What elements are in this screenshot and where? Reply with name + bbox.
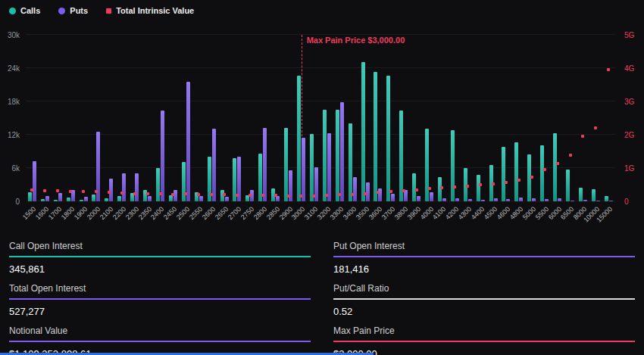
bar-group-4100[interactable] xyxy=(436,35,449,201)
bar-group-6000[interactable] xyxy=(551,35,564,201)
bar-group-2600[interactable] xyxy=(205,35,218,201)
intrinsic-dot xyxy=(492,182,495,185)
bar-group-3400[interactable] xyxy=(346,35,359,201)
bar-group-10000[interactable] xyxy=(589,35,602,201)
bar-group-3300[interactable] xyxy=(333,35,346,201)
bar-group-2900[interactable] xyxy=(282,35,295,201)
legend-item-puts[interactable]: Puts xyxy=(58,6,88,15)
puts-bar xyxy=(45,196,49,201)
puts-swatch-icon xyxy=(58,8,65,14)
bar-group-1900[interactable] xyxy=(77,35,90,201)
bar-group-1500[interactable] xyxy=(26,35,39,201)
bar-group-2550[interactable] xyxy=(192,35,205,201)
intrinsic-dot xyxy=(556,162,559,165)
calls-bar xyxy=(451,130,455,201)
bar-group-8000[interactable] xyxy=(577,35,589,201)
legend-item-calls[interactable]: Calls xyxy=(9,6,40,15)
bar-group-3500[interactable] xyxy=(359,35,372,201)
bar-group-2200[interactable] xyxy=(115,35,128,201)
puts-bar xyxy=(58,193,62,201)
puts-bar xyxy=(545,199,549,201)
intrinsic-dot xyxy=(56,189,59,192)
puts-bar xyxy=(84,197,88,201)
puts-bar xyxy=(506,199,510,201)
legend-item-intrinsic[interactable]: Total Intrinsic Value xyxy=(106,6,194,15)
bar-group-5000[interactable] xyxy=(525,35,538,201)
bar-group-3200[interactable] xyxy=(320,35,333,201)
calls-bar xyxy=(297,76,301,201)
puts-bar xyxy=(558,198,561,201)
intrinsic-dot xyxy=(133,192,136,195)
right-axis-tick: 4G xyxy=(624,64,634,73)
plot-area[interactable]: Max Pain Price $3,000.00 xyxy=(26,35,615,201)
bar-group-1800[interactable] xyxy=(64,35,77,201)
puts-bar xyxy=(263,128,267,201)
bar-group-4800[interactable] xyxy=(512,35,525,201)
bar-group-4200[interactable] xyxy=(449,35,461,201)
bar-group-5500[interactable] xyxy=(538,35,551,201)
calls-bar xyxy=(514,142,518,201)
puts-bar xyxy=(442,198,446,201)
max-pain-label: Max Pain Price $3,000.00 xyxy=(307,36,405,45)
puts-bar xyxy=(455,198,459,201)
bar-group-2650[interactable] xyxy=(218,35,231,201)
bar-group-3800[interactable] xyxy=(397,35,410,201)
bar-group-3100[interactable] xyxy=(308,35,320,201)
x-tick: 15000 xyxy=(602,201,615,232)
right-axis-tick: 3G xyxy=(624,98,634,106)
bar-group-6500[interactable] xyxy=(564,35,577,201)
calls-bar xyxy=(412,173,416,201)
bar-group-2300[interactable] xyxy=(128,35,141,201)
bar-group-2750[interactable] xyxy=(243,35,256,201)
stat-call-open-interest: Call Open Interest 345,861 xyxy=(9,241,311,275)
puts-bar xyxy=(33,161,36,201)
intrinsic-dot xyxy=(530,176,533,179)
intrinsic-swatch-icon xyxy=(106,8,111,14)
bar-group-2700[interactable] xyxy=(231,35,244,201)
bar-group-3600[interactable] xyxy=(371,35,384,201)
bar-group-3900[interactable] xyxy=(410,35,423,201)
bar-group-1700[interactable] xyxy=(52,35,64,201)
left-axis-tick: 6k xyxy=(11,164,20,173)
calls-bar xyxy=(605,196,608,201)
bar-group-2000[interactable] xyxy=(90,35,103,201)
calls-bar xyxy=(425,129,429,201)
bar-group-2850[interactable] xyxy=(269,35,282,201)
puts-bar xyxy=(276,196,280,201)
bar-group-4000[interactable] xyxy=(423,35,436,201)
bar-group-15000[interactable] xyxy=(602,35,615,201)
intrinsic-dot xyxy=(517,179,521,182)
legend-label-intrinsic: Total Intrinsic Value xyxy=(116,6,194,15)
puts-bar xyxy=(532,198,536,201)
bar-group-2400[interactable] xyxy=(154,35,167,201)
bar-group-4300[interactable] xyxy=(461,35,474,201)
intrinsic-dot xyxy=(261,194,264,197)
stat-label: Call Open Interest xyxy=(9,241,311,257)
stat-label: Total Open Interest xyxy=(9,283,311,300)
intrinsic-dot xyxy=(95,190,98,193)
bar-group-3700[interactable] xyxy=(384,35,397,201)
intrinsic-dot xyxy=(581,135,584,138)
bar-group-2450[interactable] xyxy=(167,35,180,201)
bar-group-2800[interactable] xyxy=(256,35,269,201)
calls-bar xyxy=(540,145,544,201)
bar-group-4500[interactable] xyxy=(487,35,500,201)
intrinsic-dot xyxy=(223,193,226,196)
calls-bar xyxy=(323,110,327,201)
intrinsic-dot xyxy=(30,188,33,192)
intrinsic-dot xyxy=(210,193,213,196)
bar-group-1600[interactable] xyxy=(39,35,52,201)
intrinsic-dot xyxy=(466,185,469,188)
intrinsic-dot xyxy=(146,192,149,195)
calls-bar xyxy=(502,147,505,201)
puts-bar xyxy=(186,82,190,201)
bar-group-2500[interactable] xyxy=(180,35,192,201)
bar-group-2350[interactable] xyxy=(141,35,154,201)
bar-group-4600[interactable] xyxy=(500,35,513,201)
intrinsic-dot xyxy=(569,154,572,157)
bar-group-2100[interactable] xyxy=(102,35,115,201)
bar-group-4400[interactable] xyxy=(474,35,487,201)
intrinsic-dot xyxy=(171,193,174,196)
puts-bar xyxy=(148,196,152,201)
stat-put-call-ratio: Put/Call Ratio 0.52 xyxy=(333,283,635,317)
